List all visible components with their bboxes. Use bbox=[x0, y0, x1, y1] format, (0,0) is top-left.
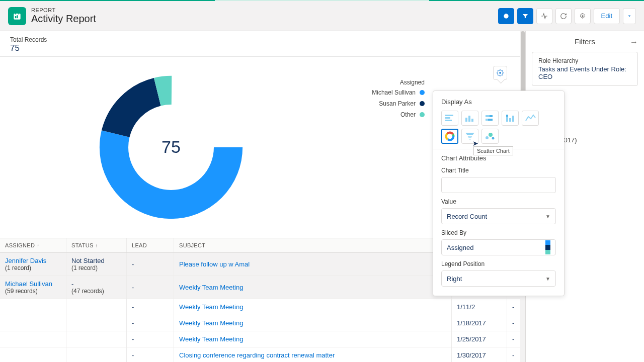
chart-legend: Assigned Michael Sullivan Susan Parker O… bbox=[372, 79, 425, 122]
svg-point-6 bbox=[582, 15, 584, 17]
svg-rect-12 bbox=[468, 116, 470, 122]
svg-rect-4 bbox=[17, 15, 18, 18]
page-title: Activity Report bbox=[31, 13, 96, 25]
total-value: 75 bbox=[10, 43, 515, 53]
legend-position-select[interactable]: Right▼ bbox=[441, 270, 556, 287]
donut-center-value: 75 bbox=[96, 137, 247, 157]
chart-type-line[interactable] bbox=[522, 111, 539, 126]
col-assigned[interactable]: ASSIGNED↑ bbox=[0, 238, 66, 252]
chart-title-label: Chart Title bbox=[441, 167, 556, 174]
refresh-button[interactable] bbox=[555, 8, 572, 24]
svg-rect-13 bbox=[471, 119, 473, 122]
col-lead[interactable]: LEAD bbox=[127, 238, 174, 252]
assigned-link[interactable]: Jennifer Davis bbox=[5, 257, 61, 264]
chart-type-vbar[interactable] bbox=[461, 111, 478, 126]
svg-rect-16 bbox=[486, 119, 488, 121]
svg-marker-27 bbox=[467, 136, 472, 138]
donut-chart: 75 bbox=[96, 72, 247, 224]
legend-item[interactable]: Michael Sullivan bbox=[372, 89, 425, 96]
svg-point-5 bbox=[504, 14, 508, 18]
chart-type-scatter[interactable] bbox=[481, 129, 499, 144]
col-subject[interactable]: SUBJECT bbox=[174, 238, 452, 252]
chart-type-funnel[interactable] bbox=[461, 129, 478, 144]
table-row: -Weekly Team Meeting1/18/2017- bbox=[0, 315, 525, 331]
chart-settings-button[interactable] bbox=[493, 66, 507, 80]
total-label: Total Records bbox=[10, 36, 515, 43]
activity-button[interactable] bbox=[536, 8, 552, 24]
settings-button[interactable] bbox=[575, 8, 591, 24]
subject-link[interactable]: Weekly Team Meeting bbox=[179, 319, 446, 327]
value-select[interactable]: Record Count▼ bbox=[441, 208, 556, 224]
svg-rect-9 bbox=[445, 117, 450, 119]
report-icon bbox=[8, 7, 26, 25]
svg-point-30 bbox=[489, 133, 493, 137]
top-accent-bar bbox=[0, 0, 644, 1]
legend-position-label: Legend Position bbox=[441, 260, 556, 267]
svg-rect-19 bbox=[506, 115, 508, 117]
subject-link[interactable]: Weekly Team Meeting bbox=[179, 284, 446, 291]
chart-settings-popover: Display As ➤ Scatter Chart Chart Attribu… bbox=[433, 90, 565, 296]
table-row: -Weekly Team Meeting1/11/2- bbox=[0, 299, 525, 315]
chart-toggle-button[interactable] bbox=[498, 8, 514, 24]
chart-type-tooltip: Scatter Chart bbox=[473, 146, 513, 155]
svg-rect-17 bbox=[488, 119, 493, 121]
chart-title-input[interactable] bbox=[441, 177, 556, 193]
chart-attributes-label: Chart Attributes bbox=[441, 154, 556, 162]
chart-type-stacked-hbar[interactable] bbox=[481, 111, 499, 126]
svg-rect-14 bbox=[486, 115, 490, 117]
svg-marker-26 bbox=[465, 133, 474, 135]
assigned-link[interactable]: Michael Sullivan bbox=[5, 280, 61, 288]
legend-item[interactable]: Susan Parker bbox=[372, 100, 425, 107]
legend-title: Assigned bbox=[372, 79, 425, 86]
report-header: REPORT Activity Report Edit bbox=[0, 1, 644, 31]
sliced-by-select[interactable]: Assigned bbox=[441, 239, 556, 255]
more-actions-button[interactable] bbox=[623, 8, 636, 24]
subject-link[interactable]: Please follow up w Amal bbox=[179, 260, 446, 268]
svg-point-29 bbox=[486, 136, 489, 139]
filter-role-hierarchy[interactable]: Role Hierarchy Tasks and Events Under Ro… bbox=[532, 52, 638, 86]
sliced-by-label: Sliced By bbox=[441, 229, 556, 236]
svg-rect-10 bbox=[445, 120, 452, 121]
subject-link[interactable]: Weekly Team Meeting bbox=[179, 335, 446, 343]
col-status[interactable]: STATUS↑ bbox=[66, 238, 127, 252]
legend-item[interactable]: Other bbox=[372, 111, 425, 118]
svg-rect-8 bbox=[445, 115, 453, 116]
display-as-label: Display As bbox=[441, 98, 556, 106]
svg-rect-2 bbox=[19, 12, 20, 14]
edit-button[interactable]: Edit bbox=[594, 8, 620, 24]
svg-point-31 bbox=[492, 137, 495, 140]
totals-block: Total Records 75 bbox=[0, 31, 525, 56]
svg-rect-1 bbox=[15, 12, 16, 14]
subject-link[interactable]: Closing conference regarding contract re… bbox=[179, 351, 446, 359]
filter-toggle-button[interactable] bbox=[517, 8, 533, 24]
table-row: -Closing conference regarding contract r… bbox=[0, 347, 525, 362]
svg-rect-11 bbox=[465, 118, 467, 122]
chart-type-stacked-vbar[interactable] bbox=[502, 111, 519, 126]
svg-rect-18 bbox=[506, 117, 508, 122]
svg-rect-21 bbox=[512, 116, 514, 122]
value-label: Value bbox=[441, 198, 556, 205]
svg-rect-3 bbox=[15, 16, 16, 18]
svg-rect-15 bbox=[490, 115, 493, 117]
table-row: -Weekly Team Meeting1/25/2017- bbox=[0, 331, 525, 347]
chart-type-hbar[interactable] bbox=[441, 111, 458, 126]
svg-rect-28 bbox=[469, 139, 471, 140]
chart-type-donut[interactable] bbox=[441, 129, 458, 144]
object-label: REPORT bbox=[31, 7, 96, 13]
svg-point-7 bbox=[499, 72, 501, 74]
svg-rect-20 bbox=[509, 118, 511, 122]
filters-title: Filters bbox=[532, 37, 638, 46]
subject-link[interactable]: Weekly Team Meeting bbox=[179, 303, 446, 311]
collapse-filters-icon[interactable]: → bbox=[630, 38, 638, 47]
